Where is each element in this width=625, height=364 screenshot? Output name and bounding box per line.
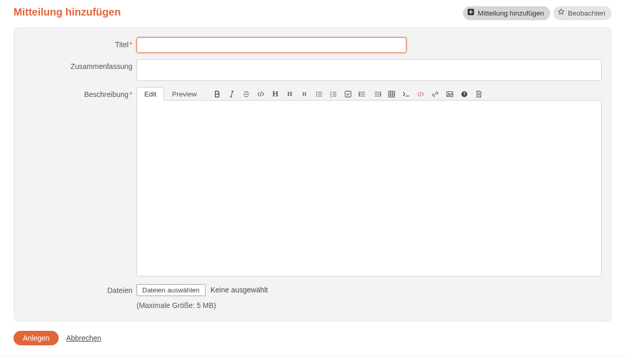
description-textarea[interactable] xyxy=(137,100,602,276)
star-icon xyxy=(558,8,565,18)
form-box: Titel* Zusammenfassung Beschreibung* Edi… xyxy=(13,27,612,321)
strikethrough-icon[interactable] xyxy=(241,89,251,99)
code-highlight-icon[interactable] xyxy=(415,89,426,99)
document-icon[interactable] xyxy=(473,89,484,99)
image-icon[interactable] xyxy=(444,89,455,99)
pre-icon[interactable] xyxy=(401,89,411,99)
summary-label: Zusammenfassung xyxy=(23,59,137,71)
inline-code-icon[interactable] xyxy=(255,89,266,99)
italic-icon[interactable] xyxy=(226,89,237,99)
submit-button[interactable]: Anlegen xyxy=(13,331,59,345)
table-icon[interactable] xyxy=(386,89,397,99)
tasklist-icon[interactable] xyxy=(343,89,353,99)
description-label: Beschreibung* xyxy=(23,87,137,99)
contextual-actions: Mitteilung hinzufügen Beobachten xyxy=(463,6,612,20)
tab-preview[interactable]: Preview xyxy=(164,87,205,101)
svg-point-12 xyxy=(448,93,449,94)
files-label: Dateien xyxy=(23,284,137,295)
svg-text:3: 3 xyxy=(330,95,332,98)
tab-edit[interactable]: Edit xyxy=(137,87,164,101)
unordered-list-icon[interactable] xyxy=(314,89,324,99)
svg-point-5 xyxy=(316,95,317,96)
svg-point-3 xyxy=(316,91,317,92)
title-label: Titel* xyxy=(23,37,137,49)
page-title: Mitteilung hinzufügen xyxy=(13,6,121,18)
bold-icon[interactable] xyxy=(212,89,222,99)
file-status: Keine ausgewählt xyxy=(210,286,268,294)
svg-point-4 xyxy=(316,93,317,94)
title-input[interactable] xyxy=(137,37,406,53)
svg-text:?: ? xyxy=(463,91,466,96)
add-news-button[interactable]: Mitteilung hinzufügen xyxy=(463,6,550,20)
required-asterisk: * xyxy=(130,90,132,99)
quote-icon[interactable] xyxy=(357,89,368,99)
ordered-list-icon[interactable]: 123 xyxy=(328,89,338,99)
plus-square-icon xyxy=(467,8,474,18)
choose-files-button[interactable]: Dateien auswählen xyxy=(137,284,206,296)
file-size-hint: (Maximale Größe: 5 MB) xyxy=(137,301,602,310)
heading1-icon[interactable]: H xyxy=(270,89,280,99)
cancel-link[interactable]: Abbrechen xyxy=(66,334,101,342)
heading2-icon[interactable]: H xyxy=(284,89,295,99)
required-asterisk: * xyxy=(130,40,132,49)
link-icon[interactable] xyxy=(430,89,440,99)
watch-button[interactable]: Beobachten xyxy=(553,6,612,20)
watch-label: Beobachten xyxy=(568,9,605,18)
svg-rect-10 xyxy=(389,91,395,96)
svg-rect-2 xyxy=(469,11,473,12)
help-icon[interactable]: ? xyxy=(459,89,469,99)
summary-input[interactable] xyxy=(137,59,602,81)
editor-toolbar: H H H 123 ? xyxy=(212,89,484,99)
add-news-label: Mitteilung hinzufügen xyxy=(478,9,544,18)
svg-rect-9 xyxy=(345,91,351,96)
heading3-icon[interactable]: H xyxy=(299,89,309,99)
unquote-icon[interactable] xyxy=(372,89,382,99)
